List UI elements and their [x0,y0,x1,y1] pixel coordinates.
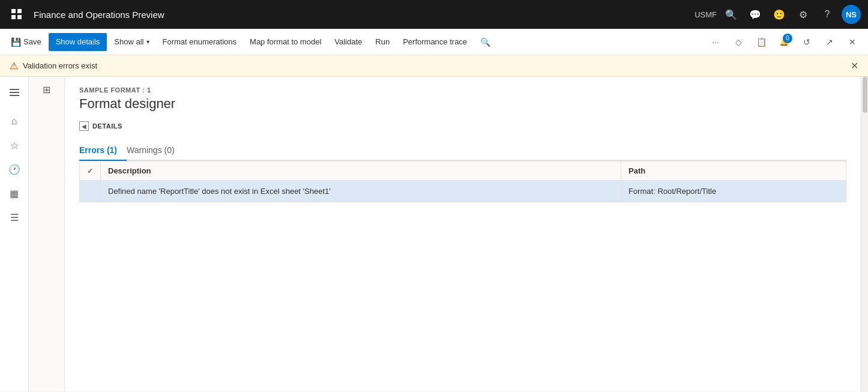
save-icon: 💾 [11,37,21,47]
notification-button[interactable]: 🔔 0 [773,31,795,53]
close-icon[interactable]: ✕ [842,31,863,53]
org-label: USMF [695,10,717,19]
hamburger-icon[interactable] [4,82,25,103]
svg-rect-0 [11,9,16,13]
show-details-button[interactable]: Show details [49,33,107,51]
filter-panel: ⊞ [29,77,65,391]
apps-grid-icon[interactable] [7,5,26,24]
scrollbar[interactable] [861,77,868,391]
main-layout: ⌂ ☆ 🕐 ▦ ☰ ⊞ SAMPLE FORMAT : 1 Format des… [0,77,868,391]
map-format-button[interactable]: Map format to model [244,33,327,51]
validation-bar: ⚠ Validation errors exist ✕ [0,55,868,77]
check-column-header: ✓ [80,161,101,181]
validate-button[interactable]: Validate [328,33,368,51]
home-icon[interactable]: ⌂ [4,110,25,132]
title-bar: Finance and Operations Preview USMF 🔍 💬 … [0,0,868,29]
performance-trace-button[interactable]: Performance trace [397,33,473,51]
app-title: Finance and Operations Preview [34,10,695,20]
row-description-cell: Defined name 'ReportTitle' does not exis… [101,181,621,202]
row-path-cell: Format: Root/Report/Title [621,181,846,202]
page-title: Format designer [79,96,846,112]
command-bar: 💾 Save Show details Show all ▾ Format en… [0,29,868,55]
command-right-icons: ··· ◇ 📋 🔔 0 ↺ ↗ ✕ [705,31,863,53]
left-nav: ⌂ ☆ 🕐 ▦ ☰ [0,77,29,391]
description-column-header: Description [101,161,621,181]
search-cmd-icon[interactable]: 🔍 [474,31,496,53]
details-label: DETAILS [92,122,122,130]
scroll-thumb[interactable] [863,77,867,113]
run-button[interactable]: Run [369,33,396,51]
row-check-cell [80,181,101,202]
svg-rect-1 [17,9,22,13]
content-area: SAMPLE FORMAT : 1 Format designer ◀ DETA… [65,77,861,391]
error-table: ✓ Description Path Defined name 'ReportT… [79,161,846,202]
svg-rect-6 [10,95,19,96]
smiley-icon[interactable]: 🙂 [770,5,789,24]
table-header-row: ✓ Description Path [80,161,846,181]
validation-message: Validation errors exist [23,61,97,70]
tab-warnings[interactable]: Warnings (0) [127,140,184,161]
recents-icon[interactable]: 🕐 [4,158,25,180]
notification-badge: 0 [783,34,792,43]
user-avatar[interactable]: NS [842,5,861,24]
svg-rect-4 [10,89,19,90]
external-link-icon[interactable]: ↗ [819,31,840,53]
validation-close-button[interactable]: ✕ [851,60,858,71]
svg-rect-2 [11,15,16,19]
chat-icon[interactable]: 💬 [746,5,765,24]
help-icon[interactable]: ? [818,5,837,24]
diamond-icon[interactable]: ◇ [728,31,749,53]
details-toggle[interactable]: ◀ DETAILS [79,121,846,131]
more-icon[interactable]: ··· [705,31,726,53]
refresh-icon[interactable]: ↺ [796,31,818,53]
warning-icon: ⚠ [10,60,18,71]
workspaces-icon[interactable]: ▦ [4,182,25,204]
check-icon: ✓ [87,167,93,175]
filter-icon[interactable]: ⊞ [43,84,50,95]
favorites-icon[interactable]: ☆ [4,134,25,156]
save-button[interactable]: 💾 Save [5,33,47,51]
show-all-chevron-icon: ▾ [146,38,149,45]
path-column-header: Path [621,161,846,181]
sample-label: SAMPLE FORMAT : 1 [79,86,846,94]
tabs-container: Errors (1) Warnings (0) [79,140,846,161]
modules-icon[interactable]: ☰ [4,207,25,228]
top-right-icons: USMF 🔍 💬 🙂 ⚙ ? NS [695,5,861,24]
show-all-button[interactable]: Show all ▾ [108,33,155,51]
svg-rect-5 [10,92,19,93]
tab-errors[interactable]: Errors (1) [79,140,127,161]
settings-icon[interactable]: ⚙ [794,5,813,24]
search-icon-topbar[interactable]: 🔍 [722,5,741,24]
svg-rect-3 [17,15,22,19]
note-icon[interactable]: 📋 [750,31,772,53]
table-row[interactable]: Defined name 'ReportTitle' does not exis… [80,181,846,202]
details-section: ◀ DETAILS [79,121,846,131]
format-enumerations-button[interactable]: Format enumerations [157,33,243,51]
details-arrow-icon: ◀ [79,121,89,131]
